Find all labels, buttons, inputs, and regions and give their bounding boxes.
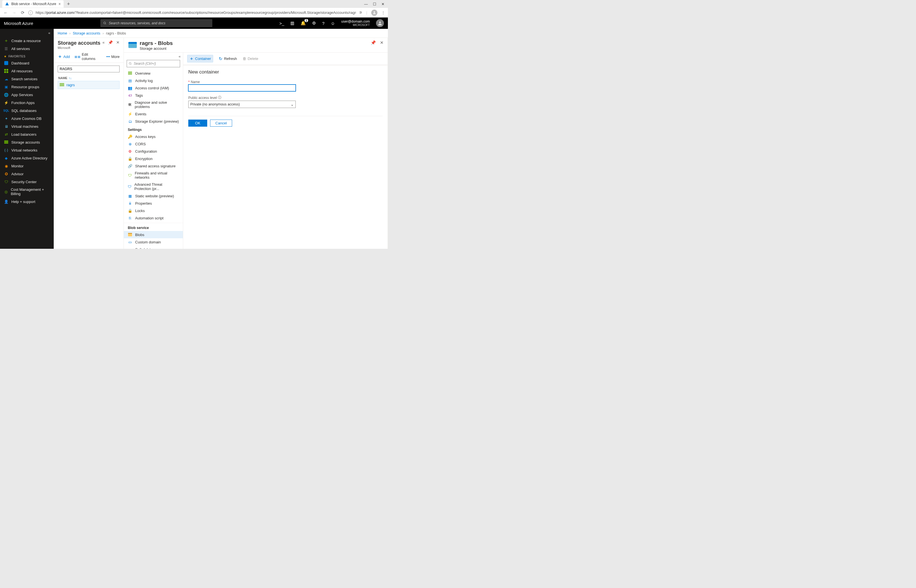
nav-storage-explorer[interactable]: 🗂Storage Explorer (preview) — [124, 118, 183, 125]
search-icon — [129, 62, 132, 65]
cloud-shell-icon[interactable]: >_ — [279, 21, 284, 26]
link-icon: 🔗 — [128, 164, 132, 168]
sidebar-item-search-services[interactable]: ☁Search services — [0, 75, 54, 83]
sa-row-ragrs[interactable]: ragrs — [58, 81, 120, 89]
nav-access-control[interactable]: 👥Access control (IAM) — [124, 84, 183, 92]
svg-rect-14 — [60, 84, 64, 85]
settings-gear-icon[interactable]: ⚙ — [312, 21, 316, 26]
sidebar-item-all-resources[interactable]: All resources — [0, 67, 54, 75]
nav-back-icon[interactable]: ← — [3, 10, 8, 15]
container-name-input[interactable] — [188, 84, 296, 91]
sidebar-item-aad[interactable]: ◆Azure Active Directory — [0, 154, 54, 162]
sidebar-all-services[interactable]: ☰ All services — [0, 45, 54, 53]
nav-properties[interactable]: ⅲProperties — [124, 200, 183, 207]
sidebar-collapse-icon[interactable]: « — [0, 29, 54, 37]
sidebar-item-storage-accounts[interactable]: Storage accounts — [0, 138, 54, 146]
azure-brand[interactable]: Microsoft Azure — [4, 21, 33, 26]
edit-columns-button[interactable]: ≣≣Edit columns — [74, 52, 102, 61]
resource-menu-search[interactable]: Search (Ctrl+/) — [127, 60, 180, 67]
info-icon[interactable]: ⓘ — [218, 95, 221, 100]
blade-close-icon[interactable]: ✕ — [116, 40, 120, 45]
crumb-leaf: ragrs - Blobs — [106, 31, 126, 36]
container-button[interactable]: ＋Container — [187, 55, 213, 63]
browser-profile-icon[interactable] — [371, 10, 377, 16]
cloud-search-icon: ☁ — [4, 77, 8, 81]
nav-custom-domain[interactable]: ▭Custom domain — [124, 238, 183, 246]
svg-rect-20 — [128, 71, 132, 73]
blade-pin-icon[interactable]: 📌 — [371, 40, 376, 45]
nav-cors[interactable]: ⊕CORS — [124, 140, 183, 147]
cosmos-icon: ✦ — [4, 116, 8, 121]
browser-tab[interactable]: Blob service - Microsoft Azure × — [2, 0, 64, 8]
nav-sas[interactable]: 🔗Shared access signature — [124, 162, 183, 170]
sidebar-item-virtual-machines[interactable]: 🖥Virtual machines — [0, 123, 54, 130]
blade-pin-icon[interactable]: 📌 — [108, 40, 113, 45]
window-close-icon[interactable]: ✕ — [381, 2, 384, 6]
nav-diagnose[interactable]: 🛠Diagnose and solve problems — [124, 99, 183, 110]
bolt-icon: ⚡ — [128, 111, 132, 116]
svg-point-2 — [103, 22, 105, 24]
blade-close-icon[interactable]: ✕ — [380, 40, 384, 45]
nav-overview[interactable]: Overview — [124, 69, 183, 77]
ok-button[interactable]: OK — [188, 120, 207, 127]
sa-filter-input[interactable] — [58, 66, 120, 73]
nav-events[interactable]: ⚡Events — [124, 110, 183, 118]
nav-encryption[interactable]: 🔒Encryption — [124, 155, 183, 162]
nav-collapse-icon[interactable]: « — [124, 53, 183, 60]
nav-tags[interactable]: 🏷Tags — [124, 92, 183, 99]
sidebar-item-advisor[interactable]: ✪Advisor — [0, 170, 54, 178]
cast-icon[interactable]: ⚞ — [359, 10, 362, 15]
crumb-storage-accounts[interactable]: Storage accounts — [73, 31, 100, 36]
nav-section-settings: Settings — [124, 125, 183, 133]
blob-icon — [128, 233, 132, 237]
nav-atp[interactable]: 🛡Advanced Threat Protection (pr... — [124, 181, 183, 192]
nav-access-keys[interactable]: 🔑Access keys — [124, 133, 183, 140]
nav-configuration[interactable]: ⚙Configuration — [124, 147, 183, 155]
user-avatar[interactable] — [376, 19, 384, 27]
nav-locks[interactable]: 🔒Locks — [124, 207, 183, 214]
sidebar-item-cosmos-db[interactable]: ✦Azure Cosmos DB — [0, 115, 54, 123]
tag-icon: 🏷 — [128, 93, 132, 97]
directory-filter-icon[interactable]: ▥ — [290, 21, 294, 26]
sidebar-item-monitor[interactable]: ◉Monitor — [0, 162, 54, 170]
sidebar-item-function-apps[interactable]: ⚡Function Apps — [0, 99, 54, 107]
tab-close-icon[interactable]: × — [58, 2, 61, 6]
sidebar-create-resource[interactable]: ＋ Create a resource — [0, 37, 54, 45]
feedback-icon[interactable]: ☺ — [331, 21, 335, 26]
nav-soft-delete[interactable]: ▭Soft delete — [124, 246, 183, 249]
nav-reload-icon[interactable]: ⟳ — [20, 10, 26, 15]
crumb-home[interactable]: Home — [58, 31, 67, 36]
sidebar-item-virtual-networks[interactable]: ⟨·⟩Virtual networks — [0, 146, 54, 154]
more-button[interactable]: •••More — [106, 55, 120, 59]
window-maximize-icon[interactable]: ☐ — [373, 2, 376, 6]
sidebar-item-load-balancers[interactable]: ⇄Load balancers — [0, 130, 54, 138]
site-info-icon[interactable]: i — [28, 10, 33, 15]
help-icon[interactable]: ? — [322, 21, 324, 26]
sidebar-item-help-support[interactable]: 👤Help + support — [0, 198, 54, 205]
nav-automation-script[interactable]: ⎘Automation script — [124, 214, 183, 221]
sidebar-item-app-services[interactable]: 🌐App Services — [0, 91, 54, 99]
sidebar-item-dashboard[interactable]: Dashboard — [0, 59, 54, 67]
sidebar-item-sql-databases[interactable]: SQLSQL databases — [0, 107, 54, 115]
user-menu[interactable]: user@domain.com MICROSOFT — [341, 19, 370, 27]
sidebar-item-cost-management[interactable]: ◎Cost Management + Billing — [0, 186, 54, 198]
access-level-select[interactable]: Private (no anonymous access) ⌄ — [188, 101, 296, 108]
cancel-button[interactable]: Cancel — [210, 120, 232, 127]
sidebar-item-resource-groups[interactable]: ▣Resource groups — [0, 83, 54, 91]
nav-static-website[interactable]: ▦Static website (preview) — [124, 192, 183, 200]
nav-activity-log[interactable]: ▤Activity log — [124, 77, 183, 84]
global-search-input[interactable]: Search resources, services, and docs — [100, 19, 212, 27]
nav-blobs[interactable]: Blobs — [124, 231, 183, 238]
blade-collapse-icon[interactable]: « — [102, 40, 105, 45]
wrench-icon: 🛠 — [128, 102, 132, 107]
new-tab-button[interactable]: + — [65, 1, 72, 7]
nav-firewalls[interactable]: 🛡Firewalls and virtual networks — [124, 170, 183, 181]
add-button[interactable]: ＋Add — [58, 54, 70, 60]
address-bar[interactable]: https://portal.azure.com/?feature.custom… — [36, 10, 356, 15]
window-minimize-icon[interactable]: — — [364, 2, 368, 6]
refresh-button[interactable]: ↻Refresh — [219, 56, 237, 61]
notifications-icon[interactable]: 🔔1 — [300, 21, 306, 26]
col-name-header[interactable]: NAME↑↓ — [58, 75, 120, 81]
sidebar-item-security-center[interactable]: 🛡Security Center — [0, 178, 54, 186]
browser-menu-icon[interactable]: ⋮ — [381, 10, 385, 15]
